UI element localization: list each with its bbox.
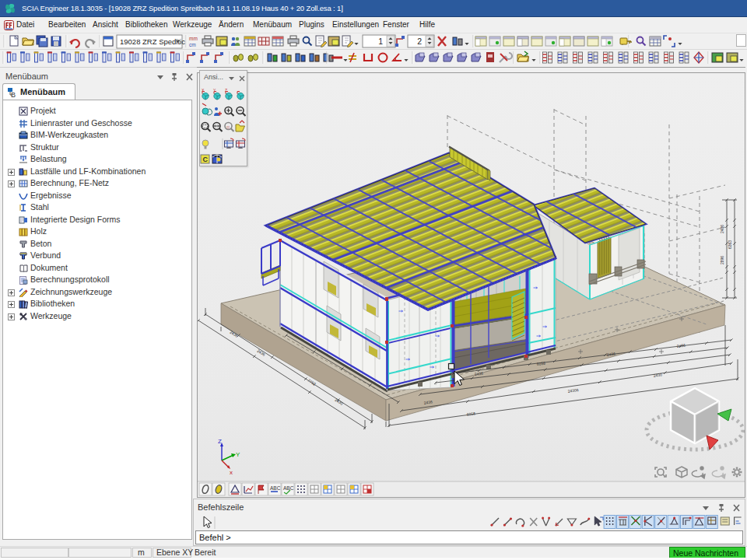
svg-text:X: X xyxy=(202,88,205,93)
svg-text:Y: Y xyxy=(213,88,216,93)
svg-text:Z: Z xyxy=(225,88,227,93)
svg-text:R: R xyxy=(226,125,230,130)
svg-text:C: C xyxy=(203,156,209,163)
